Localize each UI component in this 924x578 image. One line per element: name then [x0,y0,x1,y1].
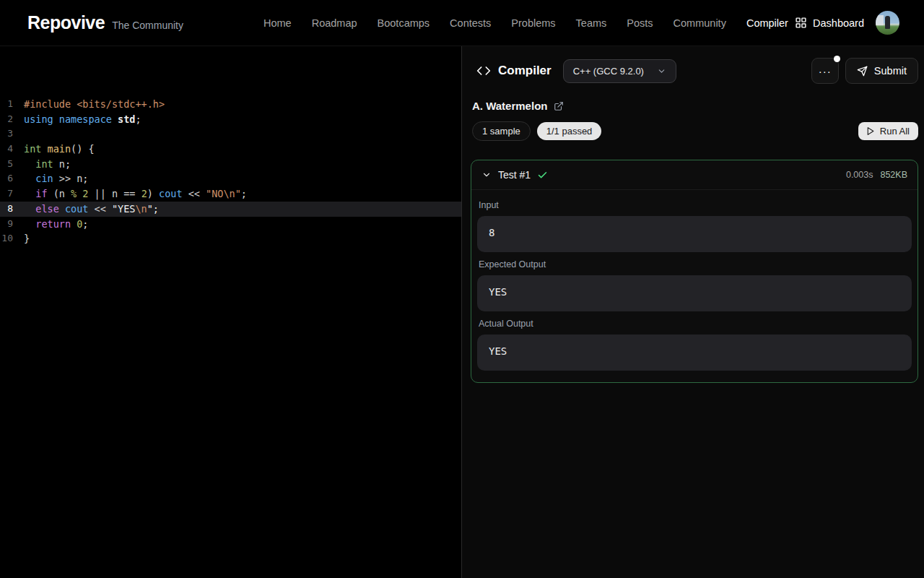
send-icon [857,66,868,77]
dashboard-grid-icon [795,17,807,29]
external-link-icon[interactable] [554,101,564,111]
compiler-panel: Compiler C++ (GCC 9.2.0) ··· [462,46,924,578]
line-number: 7 [0,186,13,202]
code-text: else cout << "YES\n"; [13,202,159,217]
submit-button[interactable]: Submit [845,58,918,84]
main-content: 1#include <bits/stdc++.h>2using namespac… [0,46,924,578]
expected-output-label: Expected Output [479,259,912,269]
chevron-down-icon [657,66,666,76]
code-line: 9 return 0; [0,217,461,232]
nav-item-posts[interactable]: Posts [627,17,653,29]
code-text: int main() { [13,142,95,157]
test-title: Test #1 [498,169,531,181]
actual-output-box: YES [477,335,912,371]
code-text [13,126,24,142]
code-text: int n; [13,157,71,172]
header-actions: ··· Submit [811,58,918,84]
nav-right: Dashboard [795,11,899,35]
test-metrics: 0.003s 852KB [846,170,907,180]
line-number: 5 [0,157,13,172]
run-all-label: Run All [880,126,910,137]
code-line: 7 if (n % 2 || n == 2) cout << "NO\n"; [0,186,461,202]
nav-item-teams[interactable]: Teams [576,17,607,29]
input-label: Input [479,200,912,210]
code-line: 1#include <bits/stdc++.h> [0,97,461,112]
test-case-body: Input 8 Expected Output YES Actual Outpu… [471,190,918,382]
language-select[interactable]: C++ (GCC 9.2.0) [563,59,676,83]
sample-tab[interactable]: 1 sample [472,121,531,141]
code-text: return 0; [13,217,88,232]
panel-title: Compiler [498,64,552,78]
test-case-header[interactable]: Test #1 0.003s 852KB [471,160,918,190]
nav-item-home[interactable]: Home [263,17,292,29]
line-number: 6 [0,171,13,186]
code-line: 6 cin >> n; [0,171,461,186]
passed-badge: 1/1 passed [537,122,602,140]
navbar: Repovive The Community HomeRoadmapBootca… [0,0,924,46]
nav-item-roadmap[interactable]: Roadmap [312,17,357,29]
code-text: cin >> n; [13,171,88,186]
problem-name: A. Watermelon [472,100,547,112]
line-number: 4 [0,142,13,157]
code-line: 3 [0,126,461,142]
nav-item-contests[interactable]: Contests [450,17,491,29]
nav-item-compiler[interactable]: Compiler [746,17,788,29]
code-line: 5 int n; [0,157,461,172]
code-text: if (n % 2 || n == 2) cout << "NO\n"; [13,186,247,202]
nav-links: HomeRoadmapBootcampsContestsProblemsTeam… [263,17,788,29]
line-number: 9 [0,217,13,232]
problem-row: A. Watermelon [472,100,918,112]
code-editor[interactable]: 1#include <bits/stdc++.h>2using namespac… [0,46,462,578]
nav-item-bootcamps[interactable]: Bootcamps [378,17,430,29]
more-options-button[interactable]: ··· [811,58,839,84]
notification-dot [834,56,840,62]
code-line: 8 else cout << "YES\n"; [0,202,461,217]
submit-label: Submit [874,65,907,77]
language-selected-value: C++ (GCC 9.2.0) [573,66,644,77]
code-brackets-icon [476,64,491,78]
code-text: using namespace std; [13,112,141,127]
tabs-row: 1 sample 1/1 passed Run All [472,121,918,141]
nav-item-community[interactable]: Community [674,17,726,29]
code-line: 2using namespace std; [0,112,461,127]
code-text: #include <bits/stdc++.h> [13,97,165,112]
dashboard-label: Dashboard [813,17,864,29]
run-all-button[interactable]: Run All [858,122,918,140]
code-text: } [13,231,30,246]
input-value-box: 8 [477,216,912,252]
code-line: 10} [0,231,461,246]
line-number: 8 [0,202,13,217]
collapse-chevron-icon [481,170,492,180]
test-memory: 852KB [880,170,907,180]
brand-logo[interactable]: Repovive The Community [27,12,183,33]
check-icon [537,170,548,181]
line-number: 1 [0,97,13,112]
brand-name: Repovive [27,12,105,33]
compiler-header: Compiler C++ (GCC 9.2.0) ··· [471,58,918,84]
line-number: 2 [0,112,13,127]
play-icon [866,126,875,136]
test-time: 0.003s [846,170,873,180]
brand-tagline: The Community [112,20,183,31]
test-case-card: Test #1 0.003s 852KB Input 8 Expected Ou… [471,160,918,383]
line-number: 3 [0,126,13,142]
user-avatar[interactable] [876,11,899,35]
ellipsis-icon: ··· [819,65,832,77]
code-line: 4int main() { [0,142,461,157]
expected-output-box: YES [477,275,912,311]
dashboard-link[interactable]: Dashboard [795,17,864,29]
line-number: 10 [0,231,13,246]
actual-output-label: Actual Output [479,319,912,329]
nav-item-problems[interactable]: Problems [511,17,555,29]
